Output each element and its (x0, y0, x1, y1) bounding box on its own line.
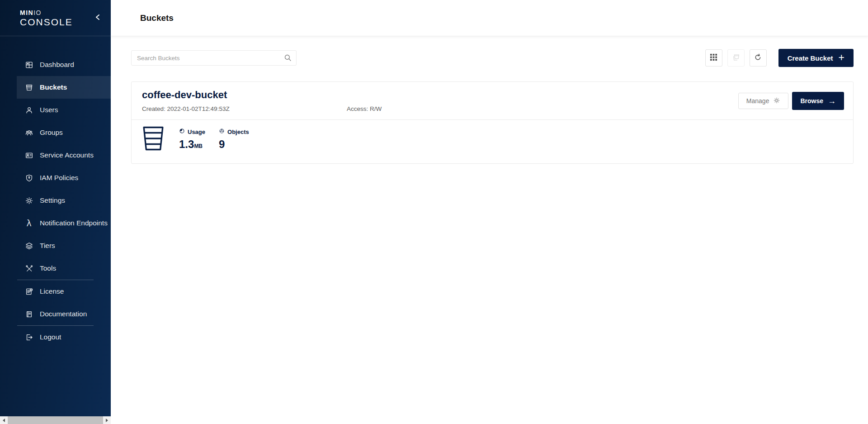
created-value: 2022-01-02T12:49:53Z (167, 105, 230, 112)
logout-icon (24, 333, 33, 342)
manage-label: Manage (746, 97, 769, 105)
sidebar-item-tiers[interactable]: Tiers (0, 234, 111, 257)
user-icon (24, 105, 33, 114)
search-input[interactable] (131, 50, 297, 66)
tools-icon (24, 264, 33, 273)
access-value: R/W (370, 105, 382, 112)
sidebar-item-label: Tools (40, 264, 56, 272)
sidebar-item-notification-endpoints[interactable]: λ Notification Endpoints (0, 212, 111, 234)
content: Create Bucket + coffee-dev-bucket Create… (111, 36, 868, 164)
usage-label-row: Usage (179, 128, 205, 136)
manage-button[interactable]: Manage (738, 93, 789, 109)
sidebar-item-iam-policies[interactable]: IAM Policies (0, 167, 111, 189)
console-wordmark: CONSOLE (20, 17, 73, 27)
sidebar-item-settings[interactable]: Settings (0, 189, 111, 212)
usage-metric: Usage 1.3MB (179, 125, 205, 152)
lambda-icon: λ (24, 219, 33, 228)
toolbar-actions: Create Bucket + (705, 49, 854, 67)
gear-icon (24, 196, 33, 205)
sidebar-header: MINIO CONSOLE (0, 0, 111, 36)
objects-label: Objects (227, 129, 249, 136)
multi-select-buckets-button[interactable] (727, 49, 745, 67)
access-label: Access: (347, 105, 368, 112)
sidebar-menu: Dashboard Buckets Users Groups Service A (0, 53, 111, 348)
usage-label: Usage (188, 129, 205, 136)
page-header: Buckets (111, 0, 868, 36)
bucket-card[interactable]: coffee-dev-bucket Created: 2022-01-02T12… (131, 81, 854, 164)
documentation-icon (24, 310, 33, 319)
sidebar-item-label: Documentation (40, 310, 87, 318)
search-icon (284, 54, 292, 64)
sidebar-item-label: Service Accounts (40, 151, 94, 159)
usage-unit: MB (194, 143, 203, 149)
create-bucket-label: Create Bucket (788, 54, 833, 62)
objects-value: 9 (219, 138, 249, 150)
page-title: Buckets (140, 13, 174, 23)
filter-row: Create Bucket + (131, 49, 854, 67)
refresh-icon (754, 53, 762, 63)
sidebar-item-users[interactable]: Users (0, 99, 111, 121)
sidebar-item-service-accounts[interactable]: Service Accounts (0, 144, 111, 167)
sidebar-item-label: Users (40, 106, 58, 114)
sidebar-item-buckets[interactable]: Buckets (0, 76, 111, 99)
scrollbar-right-arrow[interactable] (103, 416, 111, 424)
grid-view-icon (710, 53, 717, 62)
sidebar-item-label: Tiers (40, 242, 55, 250)
objects-icon (219, 128, 225, 136)
sidebar-item-label: Dashboard (40, 61, 74, 69)
objects-label-row: Objects (219, 128, 249, 136)
sidebar-item-license[interactable]: License (0, 280, 111, 303)
bucket-large-icon (142, 125, 165, 153)
sidebar-item-label: Groups (40, 129, 63, 137)
service-accounts-icon (24, 151, 33, 160)
main-area: Buckets (111, 0, 868, 424)
manage-gear-icon (773, 97, 780, 105)
created-label: Created: (142, 105, 165, 112)
sidebar-item-label: Notification Endpoints (40, 219, 108, 227)
sidebar-item-label: Logout (40, 333, 61, 341)
arrow-right-icon: → (828, 97, 836, 105)
usage-pie-icon (179, 128, 185, 136)
chevron-left-icon (94, 14, 101, 22)
refresh-button[interactable] (750, 49, 767, 67)
bucket-name-link[interactable]: coffee-dev-bucket (142, 89, 843, 101)
bucket-icon (24, 83, 33, 92)
bucket-card-stats: Usage 1.3MB Objects 9 (132, 120, 853, 163)
create-bucket-button[interactable]: Create Bucket + (778, 49, 854, 67)
sidebar-horizontal-scrollbar[interactable] (0, 416, 111, 424)
grid-view-button[interactable] (705, 49, 722, 67)
sidebar-item-groups[interactable]: Groups (0, 121, 111, 144)
minio-logo: MINIO CONSOLE (20, 10, 73, 27)
search-box (131, 50, 297, 66)
sidebar-item-label: Buckets (40, 83, 67, 91)
sidebar: MINIO CONSOLE Dashboard Buckets Us (0, 0, 111, 424)
dashboard-icon (24, 60, 33, 69)
sidebar-collapse-button[interactable] (93, 12, 103, 24)
sidebar-item-label: License (40, 287, 64, 295)
browse-button[interactable]: Browse → (792, 92, 844, 110)
sidebar-item-documentation[interactable]: Documentation (0, 303, 111, 325)
sidebar-item-tools[interactable]: Tools (0, 257, 111, 280)
license-icon (24, 287, 33, 296)
multi-bucket-icon (732, 53, 740, 63)
scrollbar-left-arrow[interactable] (0, 416, 8, 424)
sidebar-item-dashboard[interactable]: Dashboard (0, 53, 111, 76)
scrollbar-thumb[interactable] (8, 416, 103, 424)
plus-icon: + (839, 52, 844, 63)
bucket-card-top: coffee-dev-bucket Created: 2022-01-02T12… (132, 82, 853, 119)
minio-wordmark: MINIO (20, 10, 73, 16)
sidebar-item-label: Settings (40, 196, 65, 205)
bucket-card-buttons: Manage Browse → (738, 92, 844, 110)
usage-value: 1.3MB (179, 138, 205, 152)
browse-label: Browse (800, 97, 823, 105)
sidebar-item-logout[interactable]: Logout (0, 326, 111, 348)
groups-icon (24, 128, 33, 137)
bucket-access: Access: R/W (347, 105, 382, 113)
layers-icon (24, 241, 33, 250)
sidebar-item-label: IAM Policies (40, 174, 78, 182)
shield-icon (24, 173, 33, 182)
objects-metric: Objects 9 (219, 125, 249, 150)
bucket-created: Created: 2022-01-02T12:49:53Z (142, 105, 843, 113)
